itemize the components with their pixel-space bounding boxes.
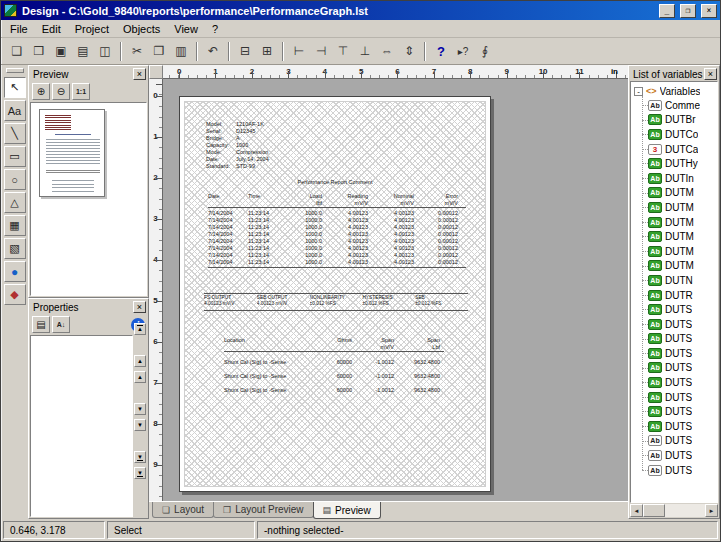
restore-button[interactable]: ❐ — [680, 4, 696, 18]
variable-item[interactable]: Ab DUTCo — [648, 127, 717, 142]
report-page[interactable]: Model: 1210AF-1K Serial: D12345 — [179, 96, 491, 492]
picture-tool[interactable]: ▧ — [4, 238, 26, 259]
menu-item[interactable]: Edit — [35, 21, 68, 37]
rectangle-tool[interactable]: ▭ — [4, 146, 26, 167]
scrollbar-track[interactable] — [665, 504, 705, 517]
send-backward-button[interactable]: ▼ — [134, 403, 146, 415]
variable-item[interactable]: Ab DUTM — [648, 229, 717, 244]
variable-item[interactable]: Ab DUTS — [648, 434, 717, 449]
variable-item[interactable]: Ab DUTS — [648, 463, 717, 478]
variable-item[interactable]: Ab DUTS — [648, 317, 717, 332]
variable-item[interactable]: Ab DUTM — [648, 244, 717, 259]
open-button[interactable]: ❒ — [28, 40, 50, 62]
collapse-icon[interactable]: - — [634, 87, 643, 96]
attachment-button[interactable]: ∮ — [474, 40, 496, 62]
variable-item[interactable]: Ab DUTS — [648, 361, 717, 376]
context-help-button[interactable]: ▸? — [452, 40, 474, 62]
variable-item[interactable]: Ab DUTS — [648, 375, 717, 390]
zoom-in-button[interactable]: ⊕ — [32, 83, 50, 100]
report-info-line: Date: July 14, 2004 — [206, 156, 269, 163]
print-preview-button[interactable]: ◫ — [94, 40, 116, 62]
app-icon[interactable] — [4, 4, 17, 17]
line-tool[interactable]: ╲ — [4, 123, 26, 144]
properties-panel-body[interactable] — [30, 335, 133, 517]
same-width-button[interactable]: ⇔ — [376, 40, 398, 62]
preview-thumbnail[interactable] — [39, 109, 105, 197]
align-right-button[interactable]: ⊣ — [310, 40, 332, 62]
variable-item[interactable]: Ab DUTS — [648, 332, 717, 347]
variable-item[interactable]: Ab DUTM — [648, 215, 717, 230]
html-tool[interactable]: ● — [4, 261, 26, 282]
menu-item[interactable]: Objects — [116, 21, 167, 37]
bring-forward-button[interactable]: ▲ — [134, 355, 146, 367]
tab-preview[interactable]: ▤ Preview — [313, 502, 381, 519]
variable-item[interactable]: Ab DUTS — [648, 419, 717, 434]
tab-layout-preview[interactable]: ❐ Layout Preview — [213, 502, 313, 518]
bring-to-front-button[interactable]: ▲ — [134, 323, 146, 335]
variable-item[interactable]: Ab DUTS — [648, 346, 717, 361]
ellipse-tool[interactable]: ○ — [4, 169, 26, 190]
send-to-back-alt-button[interactable]: ▼ — [134, 467, 146, 479]
ole-object-tool[interactable]: ◆ — [4, 284, 26, 305]
variable-item[interactable]: Ab DUTS — [648, 302, 717, 317]
variable-item[interactable]: 3 DUTCa — [648, 142, 717, 157]
toolstrip-handle[interactable] — [6, 68, 24, 73]
menu-item[interactable]: View — [167, 21, 205, 37]
variable-item[interactable]: Ab DUTBr — [648, 113, 717, 128]
variable-type-icon: Ab — [648, 450, 662, 461]
preview-close-icon[interactable]: × — [133, 68, 146, 80]
new-button[interactable]: ❑ — [6, 40, 28, 62]
zoom-100-button[interactable]: 1:1 — [72, 83, 90, 100]
paste-button[interactable]: ▥ — [170, 40, 192, 62]
variables-root[interactable]: - <> Variables — [634, 84, 717, 98]
variable-item[interactable]: Ab DUTM — [648, 200, 717, 215]
menu-item[interactable]: Project — [68, 21, 116, 37]
align-top-button[interactable]: ⊤ — [332, 40, 354, 62]
menu-item[interactable]: ? — [205, 21, 225, 37]
save-button[interactable]: ▣ — [50, 40, 72, 62]
object-list-button[interactable]: ⊞ — [256, 40, 278, 62]
variables-close-icon[interactable]: × — [704, 68, 717, 80]
scroll-right-icon[interactable]: ► — [705, 504, 718, 517]
align-left-button[interactable]: ⊢ — [288, 40, 310, 62]
readings-table-row: 7/14/2004 11:23:14 1000.0 4.00123 4.0012… — [208, 224, 466, 231]
properties-close-icon[interactable]: × — [133, 301, 146, 313]
alphabetical-button[interactable]: A↓ — [52, 316, 70, 333]
tab-layout[interactable]: ❏ Layout — [152, 502, 214, 518]
variable-item[interactable]: Ab DUTM — [648, 186, 717, 201]
select-tool[interactable]: ↖ — [4, 77, 26, 98]
cut-button[interactable]: ✂ — [126, 40, 148, 62]
minimize-button[interactable]: _ — [659, 4, 675, 18]
variable-item[interactable]: Ab DUTS — [648, 390, 717, 405]
bring-forward-alt-button[interactable]: ▲ — [134, 371, 146, 383]
design-canvas[interactable]: 01234567891011 in 0123456789 — [149, 65, 628, 519]
table-tool[interactable]: ▦ — [4, 215, 26, 236]
variable-item[interactable]: Ab DUTS — [648, 404, 717, 419]
polygon-tool[interactable]: △ — [4, 192, 26, 213]
undo-button[interactable]: ↶ — [202, 40, 224, 62]
variable-item[interactable]: Ab DUTR — [648, 288, 717, 303]
variable-item[interactable]: Ab DUTHy — [648, 156, 717, 171]
print-button[interactable]: ▤ — [72, 40, 94, 62]
scrollbar-thumb[interactable] — [643, 504, 665, 517]
send-backward-alt-button[interactable]: ▼ — [134, 419, 146, 431]
variable-item[interactable]: Ab DUTS — [648, 448, 717, 463]
send-to-back-button[interactable]: ▼ — [134, 451, 146, 463]
categorized-button[interactable]: ▤ — [32, 316, 50, 333]
copy-button[interactable]: ❐ — [148, 40, 170, 62]
variable-item[interactable]: Ab DUTN — [648, 273, 717, 288]
text-tool[interactable]: Aa — [4, 100, 26, 121]
variable-item[interactable]: Ab DUTM — [648, 259, 717, 274]
menu-item[interactable]: File — [3, 21, 35, 37]
variable-item[interactable]: Ab Comme — [648, 98, 717, 113]
align-bottom-button[interactable]: ⊥ — [354, 40, 376, 62]
zoom-out-button[interactable]: ⊖ — [52, 83, 70, 100]
variable-item[interactable]: Ab DUTIn — [648, 171, 717, 186]
scroll-left-icon[interactable]: ◄ — [630, 504, 643, 517]
close-button[interactable]: × — [701, 4, 717, 18]
report-info-block: Model: 1210AF-1K Serial: D12345 — [206, 121, 269, 170]
same-height-button[interactable]: ⇕ — [398, 40, 420, 62]
help-button[interactable]: ? — [430, 40, 452, 62]
field-list-button[interactable]: ⊟ — [234, 40, 256, 62]
workspace[interactable]: Model: 1210AF-1K Serial: D12345 — [163, 79, 628, 501]
